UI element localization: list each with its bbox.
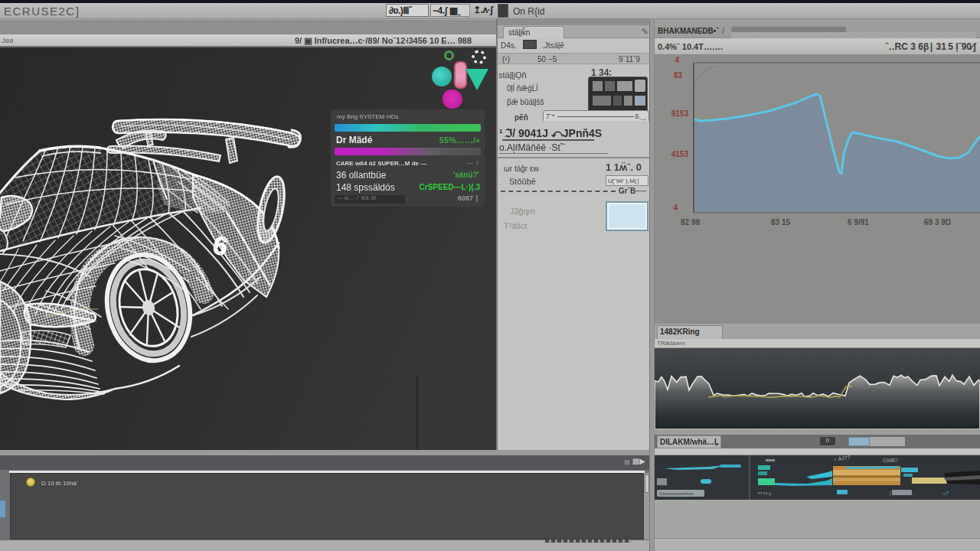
svg-text:83 15: 83 15 — [771, 218, 790, 227]
svg-text:Cxxxxxxxxxx⁄xxx: Cxxxxxxxxxx⁄xxx — [659, 491, 693, 496]
svg-text:69 3 9Ŋ: 69 3 9Ŋ — [924, 218, 951, 227]
svg-text:GMB?: GMB? — [883, 458, 898, 463]
svg-text:83: 83 — [674, 71, 683, 80]
svg-text:9153: 9153 — [671, 109, 689, 118]
svg-text:4: 4 — [675, 56, 679, 64]
svg-text:6 9/91: 6 9/91 — [848, 218, 869, 227]
svg-text:﹡AJ??: ﹡AJ?? — [832, 455, 851, 462]
svg-text:???4ˉp: ???4ˉp — [757, 491, 772, 496]
svg-text:82 98: 82 98 — [681, 218, 700, 227]
svg-text:4: 4 — [673, 204, 678, 212]
svg-text:⤷?: ⤷? — [942, 491, 949, 496]
svg-text:4153: 4153 — [671, 150, 689, 158]
